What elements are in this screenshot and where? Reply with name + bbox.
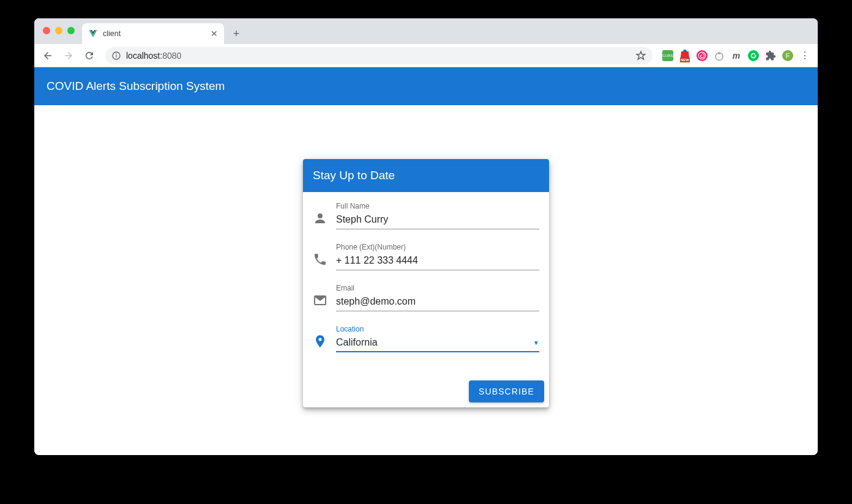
extension-tomato-icon[interactable] [714,50,725,61]
window-controls [43,27,75,34]
subscribe-button[interactable]: Subscribe [469,380,544,402]
window-close-button[interactable] [43,27,50,34]
phone-icon [313,252,327,267]
url-text: localhost:8080 [126,51,181,61]
fullname-input[interactable] [336,212,539,229]
fullname-label: Full Name [336,202,539,210]
new-tab-button[interactable]: + [228,25,245,42]
app-title: COVID Alerts Subscription System [47,80,225,93]
phone-label: Phone (Ext)(Number) [336,243,539,251]
browser-menu-icon[interactable]: ⋮ [799,50,810,61]
extension-cors-icon[interactable]: CORS [662,50,673,61]
bookmark-star-icon[interactable] [635,50,646,61]
tab-close-icon[interactable]: ✕ [211,29,218,39]
dropdown-caret-icon: ▼ [533,339,539,346]
page-body: Stay Up to Date Full Name [34,105,818,407]
email-input[interactable] [336,294,539,311]
extension-grammarly-icon[interactable] [748,50,759,61]
location-label: Location [336,325,539,333]
person-icon [313,211,327,226]
address-bar[interactable]: localhost:8080 [105,47,652,64]
back-button[interactable] [39,47,56,64]
reload-button[interactable] [81,47,98,64]
site-info-icon[interactable] [111,51,121,61]
profile-avatar[interactable]: F [782,50,793,61]
tab-strip: client ✕ + [34,18,818,44]
location-value: California [336,337,378,348]
extension-shopping-icon[interactable]: NEW [679,50,690,61]
app-header: COVID Alerts Subscription System [34,67,818,105]
tab-title: client [103,29,206,38]
browser-window: client ✕ + localhost:8080 CORS N [34,18,818,455]
svg-rect-2 [116,53,116,54]
app-viewport: COVID Alerts Subscription System Stay Up… [34,67,818,455]
subscription-card: Stay Up to Date Full Name [303,159,549,407]
field-fullname: Full Name [313,202,539,229]
field-email: Email [313,284,539,311]
window-maximize-button[interactable] [67,27,75,34]
browser-tab[interactable]: client ✕ [82,23,224,44]
vue-favicon-icon [88,29,98,39]
extensions-menu-icon[interactable] [765,50,776,61]
card-body: Full Name Phone (Ext)(Number) [303,192,549,376]
extension-icons: CORS NEW m F ⋮ [660,50,813,61]
email-label: Email [336,284,539,292]
location-select[interactable]: California ▼ [336,335,539,352]
card-title: Stay Up to Date [303,159,549,192]
field-location: Location California ▼ [313,325,539,352]
svg-text:NEW: NEW [681,58,689,62]
svg-point-5 [698,52,706,59]
location-pin-icon [313,334,327,349]
extension-spiral-icon[interactable] [697,50,708,61]
forward-button[interactable] [60,47,77,64]
phone-input[interactable] [336,253,539,270]
email-icon [313,293,327,308]
card-actions: Subscribe [303,376,549,407]
extension-m-icon[interactable]: m [731,50,742,61]
window-minimize-button[interactable] [55,27,62,34]
field-phone: Phone (Ext)(Number) [313,243,539,270]
svg-rect-1 [116,54,116,57]
browser-toolbar: localhost:8080 CORS NEW m F [34,44,818,67]
